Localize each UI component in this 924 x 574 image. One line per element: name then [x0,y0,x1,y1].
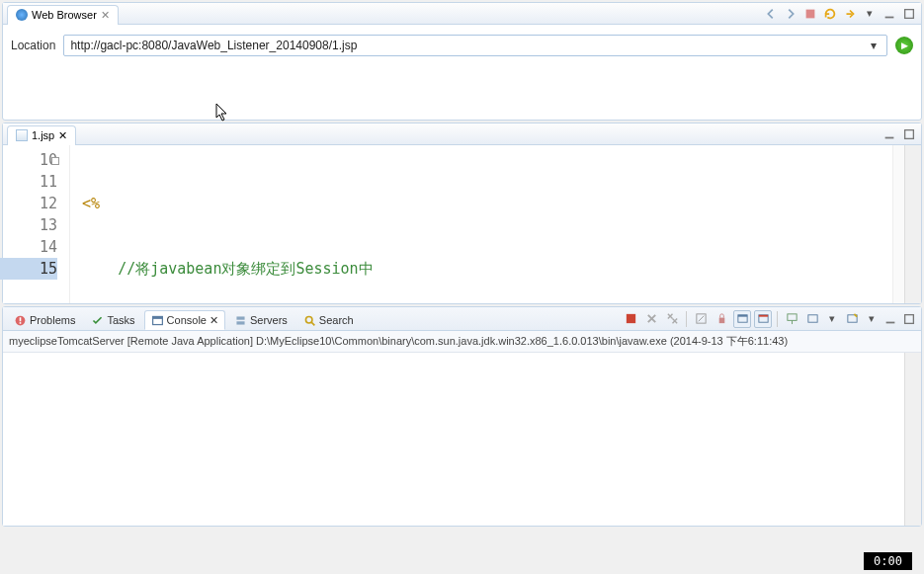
svg-rect-13 [626,314,634,323]
go-button[interactable]: ▶ [895,37,913,54]
servers-icon [234,314,247,327]
vertical-scrollbar[interactable] [904,353,921,526]
url-drop-icon[interactable]: ▾ [867,39,881,52]
close-icon[interactable]: ✕ [58,129,67,142]
views-tabbar: Problems Tasks Console ✕ Servers Search [3,307,921,331]
line-number: 10 [3,149,57,171]
console-process-label: myeclipseTomcatServer [Remote Java Appli… [3,331,921,353]
remove-all-icon[interactable] [663,310,681,328]
svg-rect-23 [886,321,895,323]
svg-rect-4 [905,129,914,138]
tab-console[interactable]: Console ✕ [144,310,225,330]
code-comment: //将javabean对象绑定到Session中 [118,260,374,278]
tab-label: Tasks [107,314,134,326]
svg-rect-19 [758,315,767,317]
close-icon[interactable]: ✕ [210,314,218,327]
go-url-icon[interactable] [842,6,858,22]
close-icon[interactable]: ✕ [101,9,110,22]
line-number: 14 [3,236,57,258]
svg-rect-24 [905,314,914,323]
refresh-icon[interactable] [822,6,838,22]
maximize-icon[interactable] [901,311,917,327]
browser-tab-label: Web Browser [32,9,97,21]
clear-console-icon[interactable] [692,310,710,328]
separator [777,311,778,327]
separator [686,311,687,327]
code-token: <% [82,195,100,212]
chevron-down-icon[interactable]: ▾ [824,311,840,327]
svg-rect-2 [905,9,914,18]
line-number: 11 [3,171,57,193]
line-gutter: 10 11 12 13 14 15 [3,145,70,303]
location-label: Location [11,39,55,52]
tab-problems[interactable]: Problems [7,310,82,330]
svg-rect-21 [807,315,816,322]
open-console-icon[interactable] [843,310,861,328]
code-editor[interactable]: 10 11 12 13 14 15 <% //将javabean对象绑定到Ses… [3,145,921,303]
editor-toolbar [882,126,917,142]
terminate-icon[interactable] [622,310,639,328]
vertical-scrollbar[interactable] [904,145,921,303]
tab-tasks[interactable]: Tasks [84,310,141,330]
line-number: 12 [3,193,57,214]
minimize-icon[interactable] [882,311,898,327]
scroll-lock-icon[interactable] [713,310,730,328]
tab-label: Servers [250,314,288,326]
problems-icon [14,314,27,327]
svg-rect-6 [20,317,22,321]
svg-rect-0 [806,9,815,18]
tab-label: Problems [30,314,75,326]
svg-rect-3 [885,136,894,138]
show-console-on-out-icon[interactable] [733,310,751,328]
display-selected-console-icon[interactable] [803,310,821,328]
line-number: 15 [0,258,57,280]
remove-terminated-icon[interactable] [642,310,660,328]
tab-label: Search [319,314,354,326]
editor-panel: 1.jsp ✕ 10 11 12 13 14 15 <% //将javabean… [2,123,922,304]
back-icon[interactable] [763,6,779,22]
jsp-file-icon [16,129,28,141]
svg-rect-11 [236,321,244,324]
console-icon [151,314,164,327]
svg-rect-10 [236,316,244,319]
console-toolbar: ▾ ▾ [622,310,917,328]
minimize-icon[interactable] [882,126,897,142]
chevron-down-icon[interactable]: ▾ [864,311,880,327]
console-output[interactable] [3,353,921,526]
overview-ruler [892,145,904,303]
tab-servers[interactable]: Servers [227,310,294,330]
bottom-panel: Problems Tasks Console ✕ Servers Search [2,306,922,527]
svg-rect-7 [20,322,22,324]
minimize-icon[interactable] [882,6,897,22]
pin-console-icon[interactable] [783,310,800,328]
svg-point-12 [305,316,312,323]
tab-search[interactable]: Search [296,310,361,330]
editor-tabbar: 1.jsp ✕ [3,123,921,145]
svg-rect-17 [737,315,746,317]
timer-badge: 0:00 [864,552,912,570]
tasks-icon [91,314,104,327]
menu-chevron-icon[interactable]: ▾ [862,6,878,22]
editor-tab-label: 1.jsp [32,129,54,141]
svg-rect-15 [718,318,724,324]
location-row: Location http://gacl-pc:8080/JavaWeb_Lis… [3,25,921,66]
svg-rect-20 [787,314,796,321]
browser-toolbar: ▾ [763,6,917,22]
maximize-icon[interactable] [901,126,917,142]
web-browser-panel: Web Browser ✕ ▾ Location http://gacl-pc:… [2,2,922,121]
url-input[interactable]: http://gacl-pc:8080/JavaWeb_Listener_201… [63,35,887,56]
url-text: http://gacl-pc:8080/JavaWeb_Listener_201… [70,39,357,52]
svg-rect-1 [885,16,894,18]
stop-icon[interactable] [802,6,818,22]
maximize-icon[interactable] [901,6,917,22]
browser-viewport [3,66,921,120]
svg-rect-9 [152,316,162,318]
browser-tab[interactable]: Web Browser ✕ [7,5,119,25]
show-console-on-err-icon[interactable] [754,310,772,328]
globe-icon [16,9,28,21]
forward-icon[interactable] [783,6,798,22]
tab-label: Console [167,314,207,326]
code-body[interactable]: <% //将javabean对象绑定到Session中 session.setA… [70,145,892,303]
browser-tabbar: Web Browser ✕ ▾ [3,3,921,25]
editor-tab[interactable]: 1.jsp ✕ [7,125,76,145]
